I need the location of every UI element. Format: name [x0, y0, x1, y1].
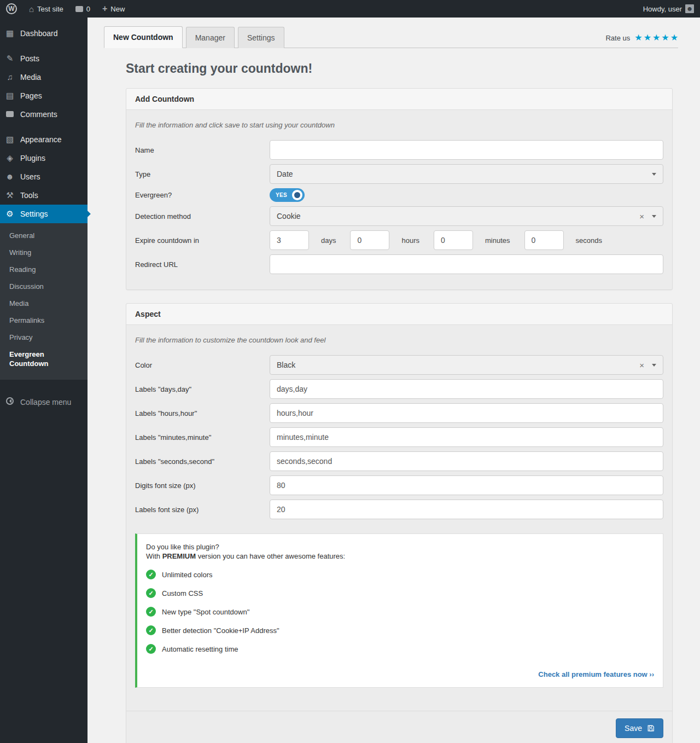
- sidebar-item-label: Appearance: [20, 135, 62, 144]
- comments-icon: [4, 109, 15, 119]
- expire-seconds-unit: seconds: [576, 236, 602, 245]
- premium-feature: ✓ New type "Spot countdown": [146, 607, 654, 617]
- comments-shortcut[interactable]: 0: [69, 0, 96, 18]
- submenu-item-media[interactable]: Media: [0, 295, 88, 312]
- star-icon[interactable]: ★: [661, 33, 669, 42]
- clear-selection-icon[interactable]: ×: [639, 212, 644, 220]
- name-label: Name: [135, 146, 270, 154]
- clear-selection-icon[interactable]: ×: [639, 361, 644, 369]
- sidebar-item-comments[interactable]: Comments: [0, 105, 88, 124]
- star-icon[interactable]: ★: [670, 33, 678, 42]
- save-button[interactable]: Save: [616, 718, 663, 738]
- sidebar-item-pages[interactable]: ▤ Pages: [0, 86, 88, 105]
- save-button-label: Save: [625, 724, 642, 733]
- premium-feature-label: Better detection "Cookie+IP Address": [162, 626, 279, 635]
- site-name-link[interactable]: ⌂ Test site: [23, 0, 69, 18]
- tab-manager[interactable]: Manager: [186, 27, 235, 48]
- expire-seconds-input[interactable]: [524, 230, 564, 250]
- page-title: Start creating your countdown!: [126, 61, 673, 76]
- color-select[interactable]: Black ×: [270, 355, 663, 375]
- submenu-item-discussion[interactable]: Discussion: [0, 278, 88, 295]
- type-select[interactable]: Date: [270, 164, 663, 184]
- premium-feature: ✓ Better detection "Cookie+IP Address": [146, 625, 654, 635]
- aspect-hint: Fill the information to customize the co…: [135, 336, 663, 344]
- sidebar-item-tools[interactable]: ⚒ Tools: [0, 186, 88, 205]
- admin-frame: ▦ Dashboard ✎ Posts ♫ Media ▤ Pages Comm…: [0, 18, 700, 743]
- sidebar-item-settings[interactable]: ⚙ Settings: [0, 205, 88, 223]
- new-label: New: [110, 5, 125, 13]
- premium-feature: ✓ Custom CSS: [146, 588, 654, 598]
- caret-down-icon: [652, 215, 656, 218]
- wordpress-logo-icon: W: [6, 3, 17, 14]
- submenu-item-evergreen-countdown[interactable]: Evergreen Countdown: [0, 346, 88, 372]
- evergreen-toggle[interactable]: YES: [270, 188, 305, 202]
- submenu-item-privacy[interactable]: Privacy: [0, 329, 88, 346]
- caret-down-icon: [652, 364, 656, 367]
- premium-pitch: With PREMIUM version you can have other …: [146, 552, 654, 561]
- labels-hours-input[interactable]: [270, 403, 663, 423]
- redirect-url-input[interactable]: [270, 254, 663, 274]
- sidebar-item-media[interactable]: ♫ Media: [0, 68, 88, 86]
- name-input[interactable]: [270, 140, 663, 160]
- premium-features-link[interactable]: Check all premium features now ››: [146, 663, 654, 683]
- type-select-value: Date: [277, 170, 293, 178]
- collapse-menu-button[interactable]: Collapse menu: [0, 393, 88, 411]
- detection-method-select[interactable]: Cookie ×: [270, 206, 663, 226]
- redirect-url-row: Redirect URL: [135, 254, 663, 274]
- tab-settings[interactable]: Settings: [238, 27, 284, 48]
- wp-logo-menu[interactable]: W: [0, 0, 23, 18]
- labels-minutes-row: Labels "minutes,minute": [135, 427, 663, 447]
- digits-font-size-input[interactable]: [270, 475, 663, 495]
- submenu-item-reading[interactable]: Reading: [0, 261, 88, 278]
- comment-count: 0: [86, 5, 90, 13]
- labels-seconds-row: Labels "seconds,second": [135, 451, 663, 471]
- appearance-icon: ▧: [4, 135, 15, 144]
- sidebar-item-appearance[interactable]: ▧ Appearance: [0, 130, 88, 149]
- evergreen-row: Evergreen? YES: [135, 188, 663, 202]
- sidebar-item-dashboard[interactable]: ▦ Dashboard: [0, 24, 88, 43]
- check-circle-icon: ✓: [146, 607, 156, 617]
- expire-label: Expire countdown in: [135, 236, 270, 245]
- toggle-state-label: YES: [276, 192, 287, 198]
- premium-pitch-prefix: With: [146, 552, 162, 560]
- sidebar-item-users[interactable]: ☻ Users: [0, 167, 88, 186]
- labels-minutes-input[interactable]: [270, 427, 663, 447]
- labels-seconds-input[interactable]: [270, 451, 663, 471]
- pages-icon: ▤: [4, 91, 15, 101]
- submenu-item-permalinks[interactable]: Permalinks: [0, 312, 88, 329]
- tools-icon: ⚒: [4, 190, 15, 200]
- rating-stars: ★ ★ ★ ★ ★: [634, 33, 678, 42]
- expire-hours-input[interactable]: [350, 230, 389, 250]
- account-menu[interactable]: Howdy, user ☻: [637, 0, 700, 18]
- caret-down-icon: [652, 173, 656, 176]
- star-icon[interactable]: ★: [644, 33, 651, 42]
- labels-days-input[interactable]: [270, 379, 663, 399]
- premium-feature-label: Custom CSS: [162, 589, 203, 597]
- type-row: Type Date: [135, 164, 663, 184]
- premium-feature-label: Unlimited colors: [162, 571, 212, 579]
- labels-font-size-input[interactable]: [270, 500, 663, 519]
- tab-new-countdown[interactable]: New Countdown: [104, 26, 183, 48]
- star-icon[interactable]: ★: [652, 33, 660, 42]
- sidebar-item-label: Pages: [20, 91, 42, 101]
- sidebar-item-posts[interactable]: ✎ Posts: [0, 49, 88, 68]
- digits-font-size-row: Digits font size (px): [135, 475, 663, 495]
- admin-bar-left: W ⌂ Test site 0 + New: [0, 0, 131, 18]
- premium-question: Do you like this plugin?: [146, 542, 654, 552]
- aspect-panel: Aspect Fill the information to customize…: [126, 303, 673, 743]
- detection-method-label: Detection method: [135, 212, 270, 220]
- save-disk-icon: [647, 724, 655, 732]
- new-content-button[interactable]: + New: [96, 0, 131, 18]
- expire-days-input[interactable]: [270, 230, 309, 250]
- check-circle-icon: ✓: [146, 625, 156, 635]
- submenu-item-writing[interactable]: Writing: [0, 244, 88, 261]
- sidebar-item-label: Plugins: [20, 153, 45, 163]
- sidebar-item-plugins[interactable]: ◈ Plugins: [0, 149, 88, 167]
- sidebar-item-label: Settings: [20, 209, 48, 219]
- submenu-item-general[interactable]: General: [0, 227, 88, 244]
- media-icon: ♫: [4, 72, 15, 82]
- expire-minutes-input[interactable]: [434, 230, 473, 250]
- star-icon[interactable]: ★: [634, 33, 642, 42]
- users-icon: ☻: [4, 172, 15, 182]
- detection-method-row: Detection method Cookie ×: [135, 206, 663, 226]
